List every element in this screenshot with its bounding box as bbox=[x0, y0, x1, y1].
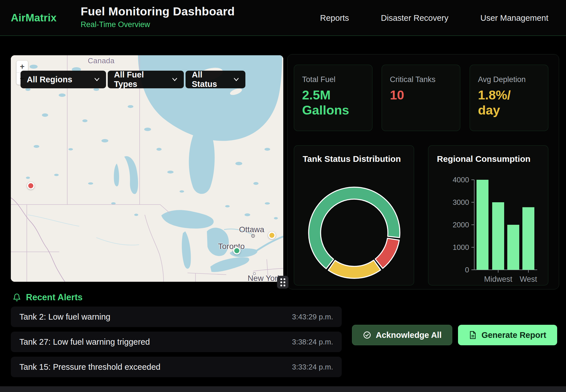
y-tick-label: 4000 bbox=[453, 175, 469, 184]
page-title: Fuel Monitoring Dashboard bbox=[81, 5, 235, 18]
y-tick-label: 3000 bbox=[453, 198, 469, 207]
metrics-panel: Total Fuel 2.5M Gallons Critical Tanks 1… bbox=[287, 54, 559, 289]
map-marker-normal[interactable] bbox=[233, 247, 241, 254]
stat-value: 1.8%/day bbox=[478, 87, 518, 118]
stat-card-avg-depletion: Avg Depletion 1.8%/day bbox=[470, 65, 548, 131]
stat-label: Critical Tanks bbox=[390, 75, 452, 84]
alert-message: Tank 2: Low fuel warning bbox=[19, 312, 110, 322]
x-tick-label: West bbox=[520, 275, 537, 283]
status-filter-dropdown[interactable]: All Status bbox=[186, 71, 245, 88]
stat-card-critical-tanks: Critical Tanks 10 bbox=[382, 65, 460, 131]
map-marker-critical[interactable] bbox=[27, 182, 34, 189]
chevron-down-icon bbox=[233, 77, 239, 81]
tank-status-donut-chart bbox=[294, 146, 414, 286]
generate-report-label: Generate Report bbox=[481, 330, 546, 340]
bar-3 bbox=[522, 207, 534, 270]
generate-report-button[interactable]: Generate Report bbox=[458, 325, 557, 345]
page-subtitle: Real-Time Overview bbox=[81, 20, 235, 29]
alert-timestamp: 3:38:24 p.m. bbox=[292, 338, 333, 346]
stat-card-total-fuel: Total Fuel 2.5M Gallons bbox=[294, 65, 372, 131]
tank-status-chart-card: Tank Status Distribution bbox=[294, 145, 414, 285]
region-filter-dropdown[interactable]: All Regions bbox=[21, 71, 106, 88]
check-circle-icon bbox=[363, 331, 371, 339]
regional-consumption-chart-card: Regional Consumption 01000200030004000Mi… bbox=[428, 145, 548, 285]
stat-value: 2.5M Gallons bbox=[302, 87, 356, 118]
map-marker-warning[interactable] bbox=[268, 232, 276, 239]
donut-segment-red bbox=[375, 238, 399, 268]
title-block: Fuel Monitoring Dashboard Real-Time Over… bbox=[81, 5, 235, 29]
stat-value: 10 bbox=[390, 87, 452, 103]
alert-message: Tank 15: Pressure threshold exceeded bbox=[19, 362, 160, 372]
region-filter-value: All Regions bbox=[27, 75, 72, 84]
fuel-type-filter-dropdown[interactable]: All Fuel Types bbox=[108, 71, 184, 88]
nav-user-management[interactable]: User Management bbox=[480, 13, 548, 23]
recent-alerts-header: Recent Alerts bbox=[13, 292, 83, 303]
alert-row: Tank 2: Low fuel warning 3:43:29 p.m. bbox=[11, 307, 342, 327]
fuel-monitoring-dashboard: AirMatrix Fuel Monitoring Dashboard Real… bbox=[0, 0, 566, 392]
chevron-down-icon bbox=[94, 77, 100, 81]
x-tick-label: Midwest bbox=[484, 275, 512, 283]
bell-icon bbox=[13, 293, 21, 302]
bar-0 bbox=[477, 180, 488, 270]
alert-timestamp: 3:43:29 p.m. bbox=[292, 313, 333, 321]
main-nav: Reports Disaster Recovery User Managemen… bbox=[320, 0, 548, 36]
map-panel[interactable]: Canada Ottawa Toronto New York + − All R… bbox=[11, 55, 283, 282]
stat-label: Avg Depletion bbox=[478, 75, 540, 84]
chevron-down-icon bbox=[172, 77, 178, 81]
acknowledge-all-label: Acknowledge All bbox=[376, 330, 442, 340]
map-canvas bbox=[11, 55, 283, 282]
regional-consumption-bar-chart: 01000200030004000MidwestWest bbox=[428, 146, 549, 286]
alert-message: Tank 27: Low fuel warning triggered bbox=[19, 337, 150, 347]
nav-reports[interactable]: Reports bbox=[320, 13, 349, 23]
y-tick-label: 2000 bbox=[453, 220, 469, 229]
donut-segment-yellow bbox=[328, 260, 381, 278]
fuel-type-filter-value: All Fuel Types bbox=[114, 70, 167, 89]
bar-1 bbox=[492, 202, 504, 270]
map-resize-handle[interactable] bbox=[277, 276, 288, 289]
y-tick-label: 0 bbox=[465, 266, 469, 274]
stat-label: Total Fuel bbox=[302, 75, 364, 84]
alert-timestamp: 3:33:24 p.m. bbox=[292, 363, 333, 371]
y-tick-label: 1000 bbox=[453, 243, 469, 252]
status-filter-value: All Status bbox=[192, 70, 228, 89]
footer-bar bbox=[0, 386, 566, 392]
nav-disaster-recovery[interactable]: Disaster Recovery bbox=[381, 13, 449, 23]
map-filter-bar: All Regions All Fuel Types All Status bbox=[21, 71, 245, 88]
alert-row: Tank 15: Pressure threshold exceeded 3:3… bbox=[11, 357, 342, 377]
header: AirMatrix Fuel Monitoring Dashboard Real… bbox=[0, 0, 566, 36]
document-icon bbox=[469, 331, 477, 339]
brand-logo[interactable]: AirMatrix bbox=[11, 12, 56, 24]
bar-2 bbox=[507, 225, 519, 270]
alert-row: Tank 27: Low fuel warning triggered 3:38… bbox=[11, 332, 342, 352]
recent-alerts-title: Recent Alerts bbox=[26, 292, 83, 303]
acknowledge-all-button[interactable]: Acknowledge All bbox=[352, 325, 452, 345]
